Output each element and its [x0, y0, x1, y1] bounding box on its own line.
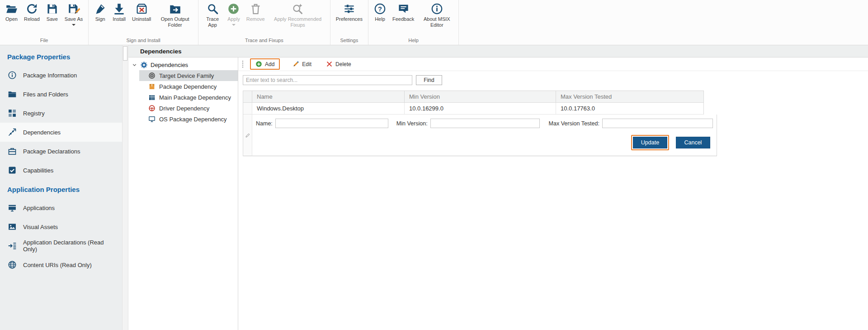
sidebar: Package Properties Package Information F…: [0, 45, 122, 330]
folder-icon: [8, 90, 17, 99]
sign-button-label: Sign: [95, 16, 105, 22]
search-row: Find: [238, 71, 868, 91]
tree-root-dependencies[interactable]: Dependencies: [128, 59, 238, 70]
sidebar-item-application-declarations[interactable]: Application Declarations (Read Only): [0, 236, 122, 255]
save-as-button[interactable]: Save As: [62, 1, 85, 27]
tree-item-target-device-family[interactable]: Target Device Family: [139, 70, 238, 81]
trace-app-icon: [207, 3, 219, 15]
sidebar-item-registry[interactable]: Registry: [0, 104, 122, 123]
name-input[interactable]: [275, 119, 388, 128]
registry-icon: [8, 109, 17, 118]
dependencies-icon: [8, 128, 17, 137]
tree-root-label: Dependencies: [151, 62, 188, 68]
editor-panel: Name: Min Version: Max Version Tested:: [252, 115, 717, 156]
sign-button[interactable]: Sign: [91, 1, 109, 24]
sidebar-item-dependencies[interactable]: Dependencies: [0, 123, 122, 142]
about-msix-editor-button[interactable]: About MSIX Editor: [418, 1, 456, 29]
tree-item-label: Target Device Family: [159, 72, 214, 79]
add-annotation-box: Add: [250, 58, 280, 70]
remove-button-label: Remove: [246, 16, 265, 22]
about-info-icon: [431, 3, 443, 15]
help-button[interactable]: ? Help: [371, 1, 389, 24]
edit-pencil-icon: [292, 61, 299, 67]
cell-max-version-tested: 10.0.17763.0: [556, 103, 704, 115]
sidebar-item-package-information[interactable]: Package Information: [0, 66, 122, 85]
open-output-folder-button[interactable]: Open Output Folder: [155, 1, 195, 29]
table-row-windows-desktop[interactable]: Windows.Desktop 10.0.16299.0 10.0.17763.…: [243, 103, 703, 115]
tree-item-package-dependency[interactable]: Package Dependency: [139, 81, 238, 92]
apply-recommended-fixups-button[interactable]: Apply Recommended Fixups: [269, 1, 327, 29]
update-annotation-box: Update: [631, 135, 669, 150]
content-panel: Dependencies Dependencies Target Device …: [128, 45, 868, 330]
reload-icon: [26, 3, 38, 15]
max-version-tested-input[interactable]: [602, 119, 713, 128]
scrollbar-thumb[interactable]: [123, 46, 127, 61]
svg-text:?: ?: [378, 5, 382, 13]
main-panel: Add Edit Delete: [238, 57, 868, 330]
remove-trash-icon: [250, 3, 262, 15]
fixups-icon: [292, 3, 304, 15]
reload-button[interactable]: Reload: [21, 1, 42, 24]
edit-button[interactable]: Edit: [291, 60, 313, 68]
sidebar-item-content-uris[interactable]: Content URIs (Read Only): [0, 255, 122, 274]
ribbon-group-settings-buttons: Preferences: [333, 1, 365, 35]
sidebar-item-capabilities[interactable]: Capabilities: [0, 161, 122, 180]
apply-icon: [227, 3, 240, 15]
column-header-name[interactable]: Name: [252, 91, 405, 103]
search-input[interactable]: [243, 75, 412, 85]
row-gutter: [243, 103, 252, 115]
cell-min-version: 10.0.16299.0: [405, 103, 556, 115]
find-button[interactable]: Find: [416, 75, 442, 85]
install-icon: [113, 3, 125, 15]
reload-button-label: Reload: [24, 16, 40, 22]
globe-icon: [8, 260, 17, 269]
tree-expander-icon[interactable]: [132, 62, 137, 68]
install-button[interactable]: Install: [110, 1, 128, 24]
open-icon: [5, 3, 18, 15]
open-button[interactable]: Open: [3, 1, 20, 24]
tree-item-main-package-dependency[interactable]: Main Package Dependency: [139, 92, 238, 103]
sidebar-item-package-declarations[interactable]: Package Declarations: [0, 142, 122, 161]
tree-item-label: Package Dependency: [159, 83, 217, 90]
table-header-row: Name Min Version Max Version Tested: [243, 91, 703, 103]
sidebar-item-files-and-folders[interactable]: Files and Folders: [0, 85, 122, 104]
ribbon-group-sign-buttons: Sign Install Uninstall Open Output Folde…: [91, 1, 195, 35]
preferences-button[interactable]: Preferences: [333, 1, 365, 24]
uninstall-button-label: Uninstall: [132, 16, 151, 22]
package-icon: [148, 83, 156, 90]
sidebar-item-label: Visual Assets: [23, 224, 58, 230]
update-button[interactable]: Update: [633, 137, 667, 148]
max-version-tested-label: Max Version Tested:: [549, 120, 599, 127]
tree-item-os-package-dependency[interactable]: OS Package Dependency: [139, 114, 238, 124]
apply-button[interactable]: Apply: [225, 1, 243, 27]
ribbon-group-label-sign-and-install: Sign and Install: [91, 35, 195, 45]
body: Package Properties Package Information F…: [0, 45, 868, 330]
remove-button[interactable]: Remove: [244, 1, 268, 24]
sidebar-item-applications[interactable]: Applications: [0, 198, 122, 217]
tree-item-label: Driver Dependency: [159, 105, 209, 112]
feedback-button-label: Feedback: [392, 16, 414, 22]
sidebar-scrollbar[interactable]: [122, 45, 128, 330]
app-declarations-icon: [8, 241, 17, 250]
min-version-input[interactable]: [430, 119, 540, 128]
save-button[interactable]: Save: [43, 1, 61, 24]
uninstall-button[interactable]: Uninstall: [129, 1, 154, 24]
column-header-min-version[interactable]: Min Version: [405, 91, 556, 103]
trace-app-button[interactable]: Trace App: [201, 1, 224, 29]
main-package-icon: [148, 94, 156, 101]
add-button[interactable]: Add: [254, 60, 276, 68]
toolbar-grip-handle[interactable]: [242, 60, 244, 68]
delete-button[interactable]: Delete: [324, 60, 353, 68]
section-title-application-properties: Application Properties: [0, 180, 122, 198]
cancel-button[interactable]: Cancel: [676, 137, 710, 148]
sidebar-item-label: Package Information: [23, 72, 77, 79]
column-header-max-version-tested[interactable]: Max Version Tested: [556, 91, 704, 103]
page-title: Dependencies: [128, 45, 868, 57]
sidebar-item-visual-assets[interactable]: Visual Assets: [0, 217, 122, 236]
grid-toolbar: Add Edit Delete: [238, 57, 868, 71]
tree-item-driver-dependency[interactable]: Driver Dependency: [139, 103, 238, 114]
gear-icon: [140, 61, 148, 69]
feedback-button[interactable]: Feedback: [390, 1, 417, 24]
ribbon-group-settings: Preferences Settings: [330, 0, 368, 45]
editor-buttons: Update Cancel: [256, 135, 713, 150]
